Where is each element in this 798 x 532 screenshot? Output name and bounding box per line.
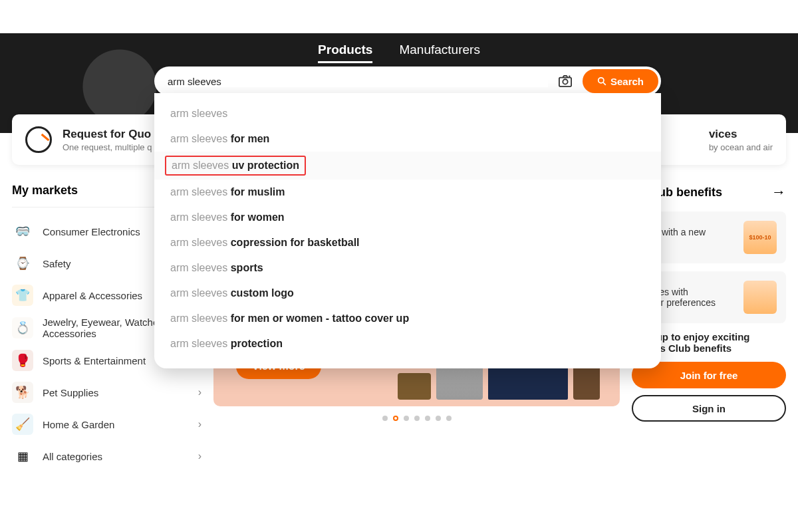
search-container: Search arm sleevesarm sleeves for menarm… bbox=[154, 66, 661, 368]
suggestion-item[interactable]: arm sleeves protection bbox=[154, 331, 661, 356]
suggestion-item[interactable]: arm sleeves sports bbox=[154, 255, 661, 281]
search-suggestions: arm sleevesarm sleeves for menarm sleeve… bbox=[154, 93, 661, 368]
logistics-title: vices bbox=[709, 128, 773, 141]
category-icon: 👕 bbox=[12, 285, 33, 306]
rfq-target-icon bbox=[25, 126, 52, 153]
category-item[interactable]: 🐕Pet Supplies› bbox=[12, 376, 201, 408]
logistics-subtitle: by ocean and air bbox=[709, 142, 773, 152]
svg-line-4 bbox=[603, 82, 606, 85]
product-boots-image bbox=[398, 373, 431, 400]
suggestion-item[interactable]: arm sleeves for men bbox=[154, 126, 661, 152]
svg-point-1 bbox=[563, 79, 567, 84]
category-item[interactable]: ▦All categories› bbox=[12, 440, 201, 472]
carousel-dots bbox=[213, 416, 620, 421]
carousel-dot[interactable] bbox=[436, 416, 441, 421]
coupon-icon: $100-10 bbox=[743, 221, 777, 254]
search-bar: Search bbox=[154, 66, 661, 96]
arrow-right-icon[interactable]: → bbox=[771, 184, 786, 201]
category-icon: ⌚ bbox=[12, 253, 33, 274]
svg-point-2 bbox=[569, 76, 570, 77]
category-label: All categories bbox=[43, 451, 198, 462]
rfq-card[interactable]: Request for Quo One request, multiple q bbox=[63, 128, 152, 152]
tab-manufacturers[interactable]: Manufacturers bbox=[399, 43, 479, 63]
sign-in-button[interactable]: Sign in bbox=[632, 395, 786, 422]
search-button[interactable]: Search bbox=[583, 69, 658, 93]
suggestion-item[interactable]: arm sleeves uv protection bbox=[154, 152, 661, 180]
logistics-card[interactable]: vices by ocean and air bbox=[709, 128, 773, 152]
chevron-right-icon: › bbox=[198, 418, 201, 430]
suggestion-item[interactable]: arm sleeves custom logo bbox=[154, 281, 661, 306]
category-icon: 🥽 bbox=[12, 221, 33, 242]
tab-products[interactable]: Products bbox=[318, 43, 372, 63]
suggestion-item[interactable]: arm sleeves copression for basketball bbox=[154, 230, 661, 255]
carousel-dot[interactable] bbox=[393, 416, 398, 421]
rfq-title: Request for Quo bbox=[63, 128, 152, 141]
category-icon: ▦ bbox=[12, 446, 33, 467]
category-icon: 🥊 bbox=[12, 350, 33, 371]
rfq-subtitle: One request, multiple q bbox=[63, 142, 152, 152]
suggestion-item[interactable]: arm sleeves bbox=[154, 101, 661, 126]
search-input[interactable] bbox=[168, 76, 548, 87]
category-label: Pet Supplies bbox=[43, 387, 198, 398]
carousel-dot[interactable] bbox=[414, 416, 420, 421]
category-item[interactable]: 🧹Home & Garden› bbox=[12, 408, 201, 440]
carousel-dot[interactable] bbox=[404, 416, 409, 421]
category-icon: 🐕 bbox=[12, 382, 33, 403]
category-icon: 💍 bbox=[12, 317, 33, 338]
carousel-dot[interactable] bbox=[425, 416, 430, 421]
image-search-icon[interactable] bbox=[557, 74, 573, 88]
suggestion-item[interactable]: arm sleeves for men or women - tattoo co… bbox=[154, 306, 661, 331]
category-icon: 🧹 bbox=[12, 414, 33, 435]
search-tabs: Products Manufacturers bbox=[318, 43, 480, 63]
chevron-right-icon: › bbox=[198, 450, 201, 462]
suggestion-item[interactable]: arm sleeves for muslim bbox=[154, 180, 661, 205]
search-button-label: Search bbox=[610, 76, 644, 87]
carousel-dot[interactable] bbox=[446, 416, 452, 421]
carousel-dot[interactable] bbox=[382, 416, 388, 421]
notepad-icon bbox=[743, 281, 777, 314]
category-label: Home & Garden bbox=[43, 419, 198, 430]
svg-point-3 bbox=[598, 78, 604, 83]
suggestion-item[interactable]: arm sleeves for women bbox=[154, 205, 661, 230]
search-icon bbox=[597, 76, 606, 86]
chevron-right-icon: › bbox=[198, 386, 201, 398]
